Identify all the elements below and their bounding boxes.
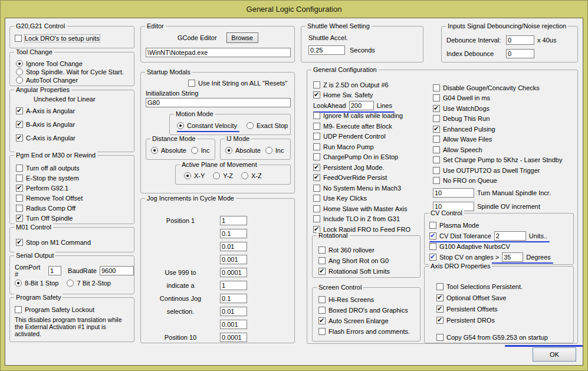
checkbox-box-persistent-offsets[interactable] [436, 306, 444, 313]
browse-button[interactable]: Browse [226, 32, 258, 43]
initialization-string-input[interactable] [146, 98, 291, 107]
checkbox-box-home-sw-safety[interactable] [313, 91, 320, 99]
checkbox-turn-off-spindle[interactable]: Turn Off Spindle [16, 214, 83, 223]
input-jog-position-6[interactable] [220, 281, 247, 290]
comport-input[interactable] [48, 266, 61, 275]
radio-dot-autotool-changer[interactable] [16, 77, 23, 84]
radio-ignore-tool-change[interactable]: Ignore Tool Change [16, 60, 124, 68]
radio-dot-ij-absolute[interactable] [225, 147, 232, 154]
checkbox-box-radius-comp-off[interactable] [16, 205, 23, 212]
radio-distance-inc[interactable]: Inc [191, 146, 210, 155]
checkbox-allow-speech[interactable]: Allow Speech [433, 145, 562, 155]
checkbox-perform-g92-1[interactable]: Perform G92.1 [16, 183, 83, 193]
checkbox-radius-comp-off[interactable]: Radius Comp Off [16, 203, 83, 213]
input-debounce-interval[interactable] [506, 35, 534, 45]
checkbox-box-use-output2o-as-dwell-trigger[interactable] [433, 167, 440, 174]
checkbox-box-debug-this-run[interactable] [433, 115, 440, 122]
checkbox-persistent-offsets[interactable]: Persistent Offsets [436, 304, 548, 314]
input-jog-position-2[interactable] [220, 229, 247, 238]
input-jog-position-7[interactable] [220, 294, 247, 303]
checkbox-rot-360-rollover[interactable]: Rot 360 rollover [318, 245, 390, 255]
input-jog-position-4[interactable] [220, 255, 247, 264]
input-jog-position-8[interactable] [220, 307, 247, 316]
checkbox-no-fro-on-queue[interactable]: No FRO on Queue [433, 176, 562, 186]
radio-dot-distance-inc[interactable] [191, 147, 198, 154]
radio-exact-stop[interactable]: Exact Stop [247, 121, 288, 130]
checkbox-box-remove-tool-offset[interactable] [16, 195, 23, 202]
checkbox-box-m9-execute-after-block[interactable] [313, 123, 320, 130]
checkbox-box-stop-on-m1-command[interactable] [16, 239, 23, 246]
checkbox-box-use-key-clicks[interactable] [313, 195, 320, 202]
checkbox-box-cv-dist-tolerance[interactable] [429, 232, 436, 239]
checkbox-box-enhanced-pulsing[interactable] [433, 126, 440, 133]
checkbox-program-safety-lockout[interactable]: Program Safety Lockout [15, 305, 130, 314]
checkbox-auto-screen-enlarge[interactable]: Auto Screen Enlarge [318, 316, 410, 326]
checkbox-g100-adaptive-nurbscv[interactable]: G100 Adaptive NurbsCV [429, 242, 551, 251]
input-turn-manual-spindle-incr[interactable] [433, 188, 474, 198]
checkbox-box-g04-dwell-in-ms[interactable] [433, 94, 440, 101]
input-cv-dist-tolerance[interactable] [494, 231, 526, 241]
radio-dot-plane-yz[interactable] [213, 172, 220, 179]
checkbox-disable-gouge-concavity-checks[interactable]: Disable Gouge/Concavity Checks [433, 83, 562, 93]
title-bar[interactable]: General Logic Configuration [0, 0, 588, 18]
checkbox-remove-tool-offset[interactable]: Remove Tool Offset [16, 193, 83, 203]
checkbox-box-ignore-m-calls-while-loading[interactable] [313, 112, 320, 119]
checkbox-box-z-is-2-5d-on-output-6[interactable] [313, 81, 320, 88]
radio-ij-absolute[interactable]: Absolute [225, 146, 261, 155]
checkbox-box-hi-res-screens[interactable] [318, 296, 326, 303]
checkbox-box-no-fro-on-queue[interactable] [433, 177, 440, 184]
input-jog-position-3[interactable] [220, 242, 247, 251]
checkbox-box-persistent-dros[interactable] [436, 317, 444, 324]
checkbox-persistent-dros[interactable]: Persistent DROs [436, 316, 548, 325]
checkbox-udp-pendent-control[interactable]: UDP Pendent Control [313, 132, 410, 142]
checkbox-box-a-axis-is-angular[interactable] [16, 107, 23, 114]
checkbox-box-plasma-mode[interactable] [429, 222, 436, 229]
checkbox-box-auto-screen-enlarge[interactable] [318, 317, 326, 324]
radio-autotool-changer[interactable]: AutoTool Changer [16, 76, 124, 84]
input-jog-position-10[interactable] [220, 333, 247, 342]
checkbox-persistent-jog-mode[interactable]: Persistent Jog Mode. [313, 162, 410, 173]
checkbox-enhanced-pulsing[interactable]: Enhanced Pulsing [433, 124, 562, 134]
checkbox-box-home-slave-with-master-axis[interactable] [313, 205, 320, 212]
editor-path-input[interactable] [146, 48, 291, 57]
checkbox-ang-short-rot-on-g0[interactable]: Ang Short Rot on G0 [318, 256, 390, 265]
checkbox-lock-dro-s-to-setup-units[interactable]: Lock DRO's to setup units [15, 34, 100, 43]
checkbox-box-perform-g92-1[interactable] [16, 185, 23, 192]
checkbox-home-slave-with-master-axis[interactable]: Home Slave with Master Axis [313, 203, 410, 214]
checkbox-box-use-watchdogs[interactable] [433, 105, 440, 112]
checkbox-a-axis-is-angular[interactable]: A-Axis is Angular [16, 106, 75, 116]
checkbox-box-g100-adaptive-nurbscv[interactable] [429, 243, 436, 250]
checkbox-e-stop-the-system[interactable]: E-Stop the system [16, 173, 83, 183]
checkbox-box-stop-cv-on-angles[interactable] [429, 254, 436, 261]
checkbox-box-use-init-string[interactable] [188, 80, 195, 87]
radio-plane-xy[interactable]: X-Y [184, 171, 205, 180]
checkbox-box-run-macro-pump[interactable] [313, 143, 320, 150]
checkbox-box-persistent-jog-mode[interactable] [313, 164, 320, 171]
checkbox-use-key-clicks[interactable]: Use Key Clicks [313, 193, 410, 204]
checkbox-box-c-axis-is-angular[interactable] [16, 134, 23, 142]
input-jog-position-5[interactable] [220, 268, 247, 277]
checkbox-box-copy-g54-from-g59-253-on-startup[interactable] [436, 334, 444, 341]
checkbox-box-allow-wave-files[interactable] [433, 136, 440, 143]
radio-8-bit-1-stop[interactable]: 8-Bit 1 Stop [15, 278, 58, 288]
checkbox-b-axis-is-angular[interactable]: B-Axis is Angular [16, 120, 75, 129]
radio-constant-velocity[interactable]: Constant Velocity [177, 121, 237, 130]
checkbox-box-allow-speech[interactable] [433, 146, 440, 153]
input-index-debounce[interactable] [506, 49, 534, 58]
checkbox-set-charge-pump-to-5khz-laser-stndby[interactable]: Set Charge Pump to 5Khz - Laser Stndby [433, 155, 562, 166]
checkbox-copy-g54-from-g59-253-on-startup[interactable]: Copy G54 from G59.253 on startup [436, 333, 548, 342]
radio-ij-inc[interactable]: Inc [265, 146, 284, 155]
radio-dot-8-bit-1-stop[interactable] [15, 280, 22, 287]
checkbox-box-optional-offset-save[interactable] [436, 294, 444, 301]
checkbox-stop-cv-on-angles[interactable]: Stop CV on angles >Degrees [429, 252, 551, 262]
radio-dot-ignore-tool-change[interactable] [16, 60, 23, 67]
radio-dot-plane-xz[interactable] [241, 172, 248, 179]
radio-distance-absolute[interactable]: Absolute [151, 146, 186, 155]
checkbox-run-macro-pump[interactable]: Run Macro Pump [313, 142, 410, 152]
radio-dot-distance-absolute[interactable] [151, 147, 158, 154]
checkbox-hi-res-screens[interactable]: Hi-Res Screens [318, 295, 410, 304]
checkbox-plasma-mode[interactable]: Plasma Mode [429, 221, 551, 230]
checkbox-z-is-2-5d-on-output-6[interactable]: Z is 2.5D on Output #6 [313, 80, 410, 90]
checkbox-box-include-tlo-in-z-from-g31[interactable] [313, 215, 320, 222]
checkbox-box-turn-off-spindle[interactable] [16, 215, 23, 222]
